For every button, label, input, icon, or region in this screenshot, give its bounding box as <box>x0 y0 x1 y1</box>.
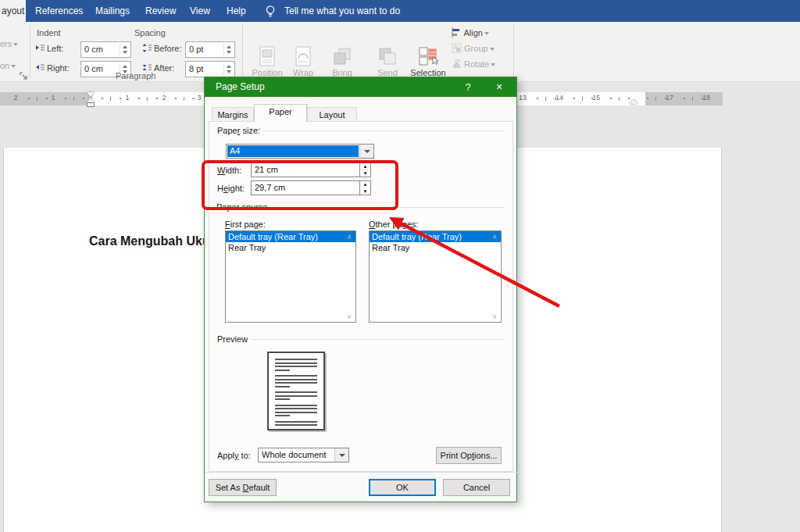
chevron-down-icon <box>484 32 489 35</box>
tray-option[interactable]: Rear Tray <box>226 242 355 253</box>
tab-mailings[interactable]: Mailings <box>95 0 130 22</box>
indent-left-input[interactable]: 0 cm <box>80 41 131 58</box>
tray-option[interactable]: Default tray (Rear Tray) <box>370 231 501 242</box>
ruler-tick <box>65 98 66 99</box>
spacing-before-input[interactable]: 0 pt <box>185 41 235 58</box>
triangle-down-icon[interactable]: ▼ <box>360 170 370 177</box>
first-line-indent-marker[interactable] <box>87 92 95 97</box>
print-options-button[interactable]: Print Options... <box>436 447 502 464</box>
group-objects-icon <box>452 43 462 53</box>
ruler-tick <box>647 98 648 99</box>
tab-view[interactable]: View <box>190 0 210 22</box>
preview-text-line <box>275 391 317 393</box>
help-icon[interactable]: ? <box>460 77 476 97</box>
clipped-line-numbers-dropdown[interactable]: ers <box>0 39 18 48</box>
page-setup-dialog-launcher-icon[interactable] <box>20 72 27 80</box>
ruler-number: 18 <box>702 94 710 102</box>
clipped-hyphenation-dropdown[interactable]: on <box>0 61 16 70</box>
group-button[interactable]: Group <box>452 43 495 54</box>
ruler-number: 1 <box>51 94 55 102</box>
selection-pane-icon <box>418 46 438 66</box>
section-divider <box>277 207 505 208</box>
preview-text-line <box>275 379 317 380</box>
paper-size-section-label: Paper size: <box>217 126 263 135</box>
preview-text-line <box>275 366 317 367</box>
chevron-up-icon <box>123 45 127 48</box>
ruler-tick <box>591 98 593 99</box>
cancel-button[interactable]: Cancel <box>443 479 510 496</box>
preview-text-line <box>275 408 317 409</box>
indent-right-label: Right: <box>47 62 70 73</box>
dialog-tab-margins[interactable]: Margins <box>212 107 254 122</box>
preview-page-thumbnail <box>267 352 325 430</box>
first-page-label: First page: <box>225 220 266 229</box>
group-separator <box>242 25 243 78</box>
spacing-after-label: After: <box>154 62 174 73</box>
tray-option[interactable]: Rear Tray <box>370 242 501 253</box>
triangle-up-icon[interactable]: ▲ <box>360 163 370 170</box>
dialog-tab-paper[interactable]: Paper <box>254 104 307 122</box>
paper-size-combobox[interactable]: A4 <box>226 144 374 159</box>
chevron-down-icon[interactable] <box>334 448 348 462</box>
ruler-tick <box>83 98 84 99</box>
height-stepper[interactable]: ▲▼ <box>359 180 371 195</box>
dialog-tab-layout[interactable]: Layout <box>307 107 357 122</box>
width-stepper[interactable]: ▲▼ <box>359 162 371 177</box>
other-pages-label: Other pages: <box>369 220 419 229</box>
ruler-number: 2 <box>162 94 166 102</box>
chevron-up-icon[interactable]: ∧ <box>344 233 355 241</box>
ruler-number: 3 <box>197 94 201 102</box>
chevron-down-icon[interactable] <box>359 145 373 158</box>
rotate-button[interactable]: Rotate <box>452 59 495 70</box>
other-pages-listbox[interactable]: Default tray (Rear Tray)Rear Tray ∧ ∨ <box>369 230 502 323</box>
preview-text-line <box>275 386 290 387</box>
indent-left-icon <box>35 43 45 53</box>
chevron-up-icon[interactable]: ∧ <box>489 233 500 241</box>
tab-help[interactable]: Help <box>227 0 246 22</box>
ruler-tick <box>102 98 103 99</box>
preview-text-line <box>275 398 290 400</box>
align-button[interactable]: Align <box>452 27 489 38</box>
close-icon[interactable]: × <box>490 77 509 97</box>
stepper[interactable] <box>223 62 234 76</box>
right-indent-marker[interactable] <box>630 99 638 104</box>
ruler-tick <box>555 98 556 99</box>
preview-text-line <box>275 421 317 423</box>
left-indent-marker[interactable] <box>87 102 95 107</box>
width-input[interactable]: 21 cm <box>251 162 360 177</box>
stepper[interactable] <box>120 43 130 56</box>
chevron-down-icon[interactable]: ∨ <box>344 312 355 320</box>
stepper[interactable] <box>223 43 234 56</box>
spacing-after-input[interactable]: 8 pt <box>185 61 235 77</box>
bring-forward-icon <box>332 46 352 66</box>
triangle-down-icon[interactable]: ▼ <box>360 188 370 195</box>
preview-text-line <box>275 405 317 406</box>
document-heading: Cara Mengubah Uku <box>89 234 208 248</box>
triangle-up-icon[interactable]: ▲ <box>360 181 370 188</box>
ruler-tick <box>573 98 575 99</box>
ruler-tick <box>175 98 177 99</box>
wrap-text-icon <box>294 46 312 66</box>
set-as-default-button[interactable]: Set As Default <box>209 479 277 496</box>
tab-layout-active-partial[interactable]: ayout <box>0 0 26 22</box>
rotate-icon <box>452 59 462 69</box>
first-page-listbox[interactable]: Default tray (Rear Tray)Rear Tray ∧ ∨ <box>225 230 356 323</box>
ok-button[interactable]: OK <box>369 479 436 496</box>
chevron-down-icon[interactable]: ∨ <box>489 312 500 320</box>
tab-references[interactable]: References <box>35 0 83 22</box>
ruler-number: 13 <box>519 94 527 102</box>
ruler-tick <box>28 98 30 99</box>
ruler-tick <box>702 98 703 99</box>
tray-option[interactable]: Default tray (Rear Tray) <box>226 231 355 242</box>
tell-me-box[interactable]: Tell me what you want to do <box>284 0 400 22</box>
preview-text-line <box>275 370 290 371</box>
tab-review[interactable]: Review <box>145 0 176 22</box>
width-label: Width: <box>217 166 241 175</box>
height-input[interactable]: 29,7 cm <box>251 180 360 195</box>
height-label: Height: <box>217 184 245 193</box>
indent-right-icon <box>35 62 45 73</box>
spellcheck-underlined-text: Mengubah Uku <box>120 234 208 248</box>
ruler-tick <box>120 98 121 99</box>
apply-to-combobox[interactable]: Whole document <box>258 448 349 462</box>
chevron-down-icon <box>13 43 18 46</box>
